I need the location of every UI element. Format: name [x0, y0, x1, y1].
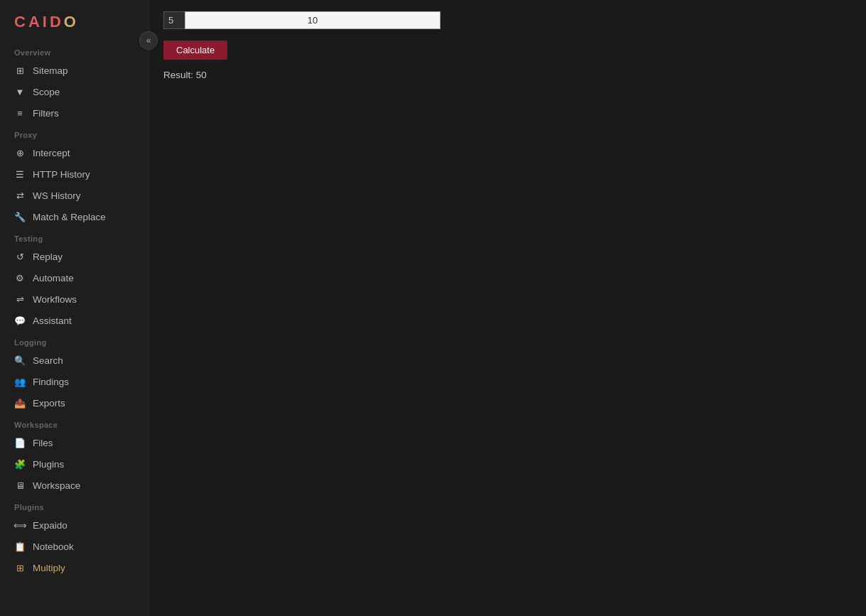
- logo: CAIDO: [0, 0, 148, 41]
- sidebar-item-label-ws-history: WS History: [33, 190, 81, 201]
- sidebar-item-assistant[interactable]: 💬Assistant: [0, 310, 148, 331]
- sidebar-item-replay[interactable]: ↺Replay: [0, 246, 148, 267]
- files-icon: 📄: [14, 437, 26, 448]
- section-label-plugins: Plugins: [0, 496, 148, 514]
- sidebar-item-filters[interactable]: ≡Filters: [0, 102, 148, 124]
- sidebar-item-search[interactable]: 🔍Search: [0, 350, 148, 371]
- sitemap-icon: ⊞: [14, 65, 26, 76]
- assistant-icon: 💬: [14, 315, 26, 326]
- plugin-content-area: Calculate Result: 50: [149, 0, 866, 92]
- section-label-workspace: Workspace: [0, 414, 148, 432]
- plugins-icon: 🧩: [14, 458, 26, 470]
- sidebar-item-label-expaido: Expaido: [33, 520, 67, 531]
- ws-history-icon: ⇄: [14, 190, 26, 201]
- http-history-icon: ☰: [14, 168, 26, 180]
- exports-icon: 📤: [14, 397, 26, 409]
- main-content: « Calculate Result: 50: [149, 0, 866, 616]
- sidebar-item-scope[interactable]: ▼Scope: [0, 81, 148, 102]
- multiply-icon: ⊞: [14, 562, 26, 573]
- sidebar-item-label-findings: Findings: [33, 377, 69, 387]
- sidebar-item-label-workflows: Workflows: [33, 294, 77, 305]
- sidebar-item-sitemap[interactable]: ⊞Sitemap: [0, 60, 148, 81]
- scope-icon: ▼: [14, 86, 26, 97]
- sidebar-item-ws-history[interactable]: ⇄WS History: [0, 185, 148, 206]
- result-text: Result: 50: [163, 70, 852, 80]
- sidebar: CAIDO Overview⊞Sitemap▼Scope≡FiltersProx…: [0, 0, 149, 616]
- sidebar-item-http-history[interactable]: ☰HTTP History: [0, 163, 148, 185]
- sidebar-item-label-notebook: Notebook: [33, 541, 74, 552]
- sidebar-item-workflows[interactable]: ⇌Workflows: [0, 288, 148, 310]
- input-row: [163, 11, 852, 29]
- section-label-testing: Testing: [0, 227, 148, 246]
- sidebar-item-label-sitemap: Sitemap: [33, 65, 68, 76]
- sidebar-item-expaido[interactable]: ⟺Expaido: [0, 514, 148, 536]
- section-label-logging: Logging: [0, 331, 148, 350]
- findings-icon: 👥: [14, 376, 26, 387]
- sidebar-item-label-automate: Automate: [33, 273, 74, 283]
- search-icon: 🔍: [14, 355, 26, 366]
- sidebar-item-automate[interactable]: ⚙Automate: [0, 267, 148, 288]
- filters-icon: ≡: [14, 107, 26, 119]
- workspace-icon: 🖥: [14, 480, 26, 491]
- section-label-proxy: Proxy: [0, 124, 148, 142]
- sidebar-item-label-search: Search: [33, 355, 63, 366]
- logo-text: CAIDO: [14, 13, 79, 31]
- sidebar-item-label-files: Files: [33, 438, 53, 448]
- sidebar-item-label-replay: Replay: [33, 252, 63, 262]
- sidebar-item-label-scope: Scope: [33, 87, 60, 97]
- notebook-icon: 📋: [14, 541, 26, 552]
- sidebar-item-label-exports: Exports: [33, 398, 65, 409]
- sidebar-item-plugins[interactable]: 🧩Plugins: [0, 453, 148, 475]
- input-b[interactable]: [185, 11, 440, 29]
- calculate-button[interactable]: Calculate: [163, 40, 227, 60]
- sidebar-item-label-http-history: HTTP History: [33, 169, 90, 180]
- input-a[interactable]: [163, 11, 185, 29]
- sidebar-item-workspace[interactable]: 🖥Workspace: [0, 475, 148, 496]
- sidebar-item-label-intercept: Intercept: [33, 148, 70, 158]
- sidebar-item-notebook[interactable]: 📋Notebook: [0, 536, 148, 557]
- automate-icon: ⚙: [14, 272, 26, 283]
- sidebar-item-label-match-replace: Match & Replace: [33, 212, 106, 222]
- sidebar-item-label-filters: Filters: [33, 108, 59, 119]
- sidebar-item-label-multiply: Multiply: [33, 563, 65, 573]
- sidebar-item-match-replace[interactable]: 🔧Match & Replace: [0, 206, 148, 227]
- sidebar-item-files[interactable]: 📄Files: [0, 432, 148, 453]
- intercept-icon: ⊕: [14, 147, 26, 158]
- expaido-icon: ⟺: [14, 519, 26, 531]
- workflows-icon: ⇌: [14, 293, 26, 305]
- sidebar-item-label-workspace: Workspace: [33, 480, 80, 491]
- sidebar-item-label-plugins: Plugins: [33, 459, 64, 470]
- sidebar-item-multiply[interactable]: ⊞Multiply: [0, 557, 148, 578]
- sidebar-item-intercept[interactable]: ⊕Intercept: [0, 142, 148, 163]
- sidebar-item-label-assistant: Assistant: [33, 315, 72, 326]
- match-replace-icon: 🔧: [14, 211, 26, 222]
- replay-icon: ↺: [14, 251, 26, 262]
- collapse-sidebar-button[interactable]: «: [139, 31, 158, 50]
- sidebar-item-exports[interactable]: 📤Exports: [0, 392, 148, 414]
- section-label-overview: Overview: [0, 41, 148, 60]
- sidebar-item-findings[interactable]: 👥Findings: [0, 371, 148, 392]
